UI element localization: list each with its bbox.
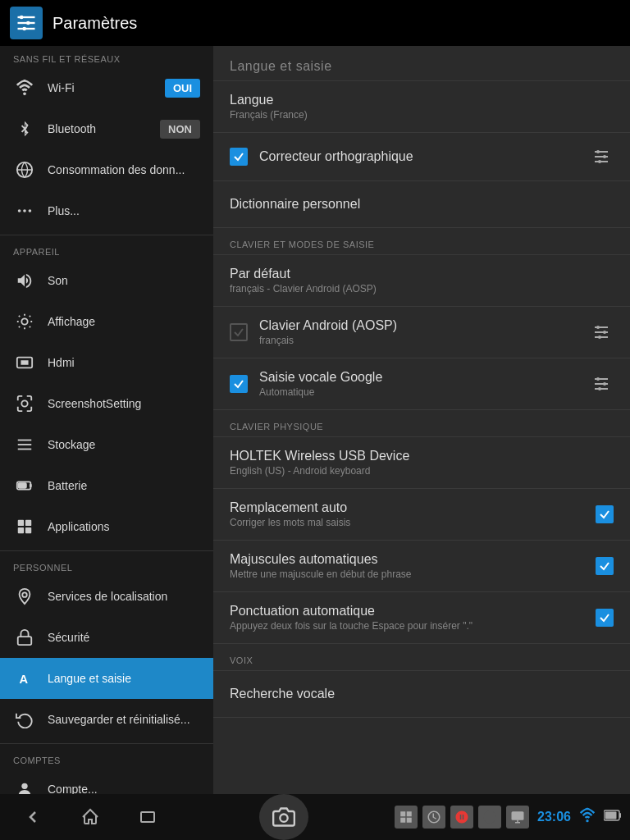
clavier-android-checkbox[interactable] (230, 323, 248, 341)
sidebar-item-compte[interactable]: Compte... (0, 769, 213, 794)
taskbar-icon-2[interactable] (422, 806, 445, 829)
nav-back-button[interactable] (8, 801, 57, 833)
svg-point-43 (603, 382, 606, 386)
content-item-correcteur[interactable]: Correcteur orthographique (213, 133, 630, 180)
language-icon: A (13, 667, 36, 690)
sidebar-item-more[interactable]: Plus... (0, 190, 213, 231)
section-header-device: APPAREIL (0, 239, 213, 260)
sidebar-item-batterie[interactable]: Batterie (0, 465, 213, 506)
content-item-par-defaut[interactable]: Par défaut français - Clavier Android (A… (213, 255, 630, 306)
ponctuation-title: Ponctuation automatique (230, 604, 584, 619)
svg-point-26 (21, 783, 27, 789)
sidebar-item-wifi[interactable]: Wi-Fi OUI (0, 67, 213, 108)
majuscules-title: Majuscules automatiques (230, 552, 584, 567)
content-item-majuscules[interactable]: Majuscules automatiques Mettre une majus… (213, 541, 630, 591)
bluetooth-label: Bluetooth (48, 122, 96, 135)
content-item-saisie-vocale[interactable]: Saisie vocale Google Automatique (213, 358, 630, 409)
svg-rect-24 (18, 637, 32, 645)
sidebar-item-bluetooth[interactable]: Bluetooth NON (0, 108, 213, 149)
batterie-label: Batterie (48, 479, 87, 492)
majuscules-checkbox[interactable] (596, 557, 614, 575)
par-defaut-subtitle: français - Clavier Android (AOSP) (230, 283, 614, 294)
content-item-recherche-vocale[interactable]: Recherche vocale (213, 671, 630, 717)
langue-label: Langue et saisie (48, 672, 131, 685)
ponctuation-right (596, 609, 614, 627)
taskbar-icon-3[interactable] (450, 806, 473, 829)
data-label: Consommation des donn... (48, 163, 185, 176)
majuscules-subtitle: Mettre une majuscule en début de phrase (230, 568, 584, 580)
sidebar-item-localisation[interactable]: Services de localisation (0, 576, 213, 617)
camera-button[interactable] (259, 794, 308, 840)
more-icon (13, 199, 36, 222)
majuscules-text: Majuscules automatiques Mettre une majus… (230, 552, 584, 580)
sidebar-item-stockage[interactable]: Stockage (0, 424, 213, 465)
sidebar-item-hdmi[interactable]: Hdmi (0, 342, 213, 383)
wifi-label: Wi-Fi (48, 81, 75, 94)
localisation-label: Services de localisation (48, 590, 167, 603)
content-item-ponctuation[interactable]: Ponctuation automatique Appuyez deux foi… (213, 592, 630, 643)
bluetooth-toggle[interactable]: NON (160, 120, 200, 139)
content-item-langue[interactable]: Langue Français (France) (213, 81, 630, 132)
divider-3 (0, 743, 213, 744)
svg-rect-50 (407, 818, 412, 823)
ponctuation-subtitle: Appuyez deux fois sur la touche Espace p… (230, 620, 584, 632)
holtek-text: HOLTEK Wireless USB Device English (US) … (230, 449, 614, 477)
svg-point-9 (23, 209, 26, 212)
sidebar-item-applications[interactable]: Applications (0, 506, 213, 547)
holtek-subtitle: English (US) - Android keyboard (230, 465, 614, 477)
section-header-comptes: COMPTES (0, 747, 213, 769)
content-item-remplacement[interactable]: Remplacement auto Corriger les mots mal … (213, 489, 630, 540)
remplacement-checkbox[interactable] (596, 505, 614, 523)
display-icon (13, 310, 36, 333)
section-header-personal: PERSONNEL (0, 555, 213, 576)
taskbar-icon-5[interactable] (506, 806, 529, 829)
sidebar-item-screenshot[interactable]: ScreenshotSetting (0, 383, 213, 424)
saisie-vocale-settings-icon[interactable] (589, 372, 614, 396)
svg-point-37 (603, 331, 606, 334)
ponctuation-checkbox[interactable] (596, 609, 614, 627)
sidebar-item-sauvegarder[interactable]: Sauvegarder et réinitialisé... (0, 699, 213, 740)
svg-rect-21 (18, 527, 24, 533)
wifi-status-icon (579, 807, 596, 827)
content-item-clavier-android[interactable]: Clavier Android (AOSP) français (213, 307, 630, 358)
nav-recent-button[interactable] (123, 801, 172, 833)
main-layout: SANS FIL ET RÉSEAUX Wi-Fi OUI (0, 46, 630, 794)
sidebar-item-affichage[interactable]: Affichage (0, 301, 213, 342)
section-physical-header: CLAVIER PHYSIQUE (213, 410, 630, 436)
taskbar-icon-1[interactable] (395, 806, 418, 829)
correcteur-checkbox[interactable] (230, 148, 248, 166)
wifi-icon (13, 76, 36, 99)
battery-icon (13, 474, 36, 497)
svg-point-31 (603, 155, 606, 158)
content-item-dictionnaire[interactable]: Dictionnaire personnel (213, 181, 630, 227)
holtek-title: HOLTEK Wireless USB Device (230, 449, 614, 463)
taskbar-icon-4[interactable] (478, 806, 501, 829)
sidebar-item-son[interactable]: Son (0, 260, 213, 301)
taskbar-icons (395, 806, 529, 829)
saisie-vocale-checkbox[interactable] (230, 375, 248, 393)
sound-icon (13, 269, 36, 292)
content-item-holtek[interactable]: HOLTEK Wireless USB Device English (US) … (213, 437, 630, 488)
wifi-toggle[interactable]: OUI (165, 79, 200, 98)
correcteur-settings-icon[interactable] (589, 144, 614, 169)
correcteur-title: Correcteur orthographique (259, 149, 578, 164)
svg-point-32 (598, 160, 601, 163)
divider-1 (0, 235, 213, 235)
nav-home-button[interactable] (66, 801, 115, 833)
saisie-vocale-subtitle: Automatique (259, 386, 578, 398)
securite-label: Sécurité (48, 631, 89, 644)
clavier-android-settings-icon[interactable] (589, 320, 614, 345)
svg-point-5 (22, 27, 26, 31)
sidebar-item-langue[interactable]: A Langue et saisie (0, 658, 213, 699)
svg-point-38 (598, 336, 601, 339)
data-icon (13, 158, 36, 181)
sidebar-item-data[interactable]: Consommation des donn... (0, 149, 213, 190)
more-label: Plus... (48, 204, 80, 217)
svg-point-36 (596, 326, 600, 329)
svg-rect-20 (25, 520, 31, 526)
svg-point-30 (596, 150, 600, 153)
hdmi-icon (13, 351, 36, 374)
svg-point-13 (21, 400, 27, 406)
sidebar-item-securite[interactable]: Sécurité (0, 617, 213, 658)
svg-text:A: A (20, 673, 29, 686)
